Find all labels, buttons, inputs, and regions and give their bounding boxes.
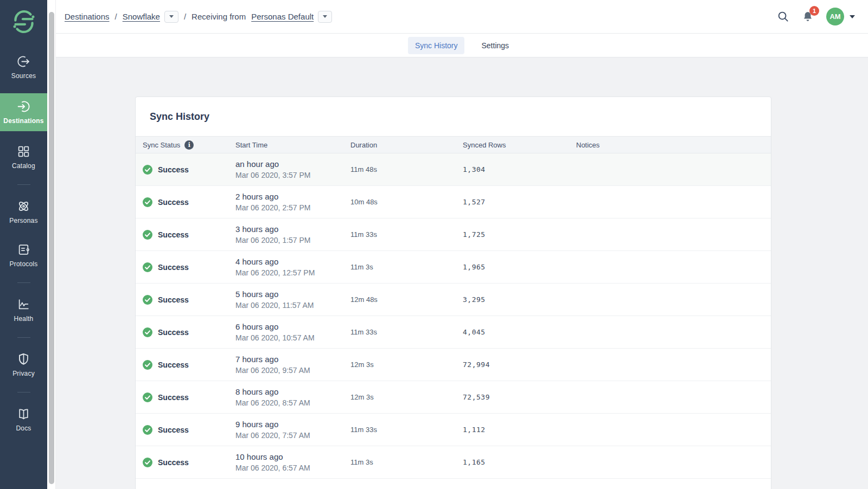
table-row[interactable]: Success 8 hours ago Mar 06 2020, 8:57 AM… xyxy=(136,381,771,414)
synced-rows-cell: 1,965 xyxy=(463,263,576,271)
table-row[interactable]: Success 7 hours ago Mar 06 2020, 9:57 AM… xyxy=(136,349,771,381)
synced-rows-cell: 3,295 xyxy=(463,295,576,304)
content-area: Sync History Sync Status i Start Time Du… xyxy=(56,57,868,489)
breadcrumb-separator: / xyxy=(115,12,117,21)
timestamp: Mar 06 2020, 6:57 AM xyxy=(235,462,350,474)
topbar-actions: 1 AM xyxy=(777,8,855,25)
breadcrumb-snowflake-link[interactable]: Snowflake xyxy=(123,12,160,21)
sidebar-item-label: Docs xyxy=(16,424,31,432)
segment-logo[interactable] xyxy=(11,8,37,36)
success-check-icon xyxy=(143,425,152,435)
page-scrollbar-track[interactable] xyxy=(47,0,56,489)
sidebar-divider xyxy=(17,184,30,185)
start-time-cell: an hour ago Mar 06 2020, 3:57 PM xyxy=(235,158,350,181)
personas-default-dropdown-button[interactable] xyxy=(318,11,332,23)
tab-sync-history[interactable]: Sync History xyxy=(408,37,465,54)
sidebar-divider xyxy=(17,392,30,393)
sidebar-item-label: Privacy xyxy=(12,370,35,377)
duration-cell: 11m 33s xyxy=(350,230,463,239)
sidebar-item-protocols[interactable]: Protocols xyxy=(0,238,47,273)
duration-cell: 11m 48s xyxy=(350,165,463,173)
status-badge: Success xyxy=(158,263,189,272)
table-row[interactable]: Success 10 hours ago Mar 06 2020, 6:57 A… xyxy=(136,446,771,479)
status-cell: Success xyxy=(143,393,235,402)
status-badge: Success xyxy=(158,198,189,207)
start-time-cell: 5 hours ago Mar 06 2020, 11:57 AM xyxy=(235,288,350,311)
success-check-icon xyxy=(143,360,152,370)
tab-settings[interactable]: Settings xyxy=(474,37,516,54)
sidebar-item-privacy[interactable]: Privacy xyxy=(0,348,47,382)
topbar: Destinations / Snowflake / Receiving fro… xyxy=(56,0,868,34)
synced-rows-cell: 1,725 xyxy=(463,230,576,239)
breadcrumb-personas-default-link[interactable]: Personas Default xyxy=(251,12,314,21)
status-cell: Success xyxy=(143,295,235,305)
timestamp: Mar 06 2020, 1:57 PM xyxy=(235,235,350,246)
duration-cell: 11m 33s xyxy=(350,328,463,336)
table-row[interactable]: Success 6 hours ago Mar 06 2020, 10:57 A… xyxy=(136,316,771,349)
sidebar-item-sources[interactable]: Sources xyxy=(0,50,47,85)
relative-time: 5 hours ago xyxy=(235,288,350,300)
docs-icon xyxy=(17,407,30,421)
relative-time: 6 hours ago xyxy=(235,321,350,332)
status-badge: Success xyxy=(158,230,189,239)
success-check-icon xyxy=(143,197,152,207)
status-badge: Success xyxy=(158,393,189,402)
destinations-icon xyxy=(17,100,30,113)
table-row[interactable]: Success 9 hours ago Mar 06 2020, 7:57 AM… xyxy=(136,414,771,446)
sync-table-body: Success an hour ago Mar 06 2020, 3:57 PM… xyxy=(136,153,771,479)
search-button[interactable] xyxy=(777,10,789,23)
status-badge: Success xyxy=(158,426,189,434)
synced-rows-cell: 72,539 xyxy=(463,393,576,401)
column-header-sync-status: Sync Status xyxy=(143,141,180,149)
success-check-icon xyxy=(143,262,152,272)
synced-rows-cell: 1,165 xyxy=(463,458,576,466)
tab-bar: Sync History Settings xyxy=(56,34,868,57)
success-check-icon xyxy=(143,165,152,175)
catalog-icon xyxy=(17,145,30,158)
info-icon[interactable]: i xyxy=(184,140,194,150)
start-time-cell: 2 hours ago Mar 06 2020, 2:57 PM xyxy=(235,191,350,214)
sidebar-item-destinations[interactable]: Destinations xyxy=(0,93,47,131)
status-cell: Success xyxy=(143,197,235,207)
timestamp: Mar 06 2020, 3:57 PM xyxy=(235,170,350,181)
success-check-icon xyxy=(143,393,152,402)
breadcrumb-separator: / xyxy=(184,12,186,21)
table-row[interactable]: Success 4 hours ago Mar 06 2020, 12:57 P… xyxy=(136,251,771,284)
sidebar-item-label: Protocols xyxy=(10,260,38,268)
duration-cell: 11m 3s xyxy=(350,458,463,466)
sidebar-item-catalog[interactable]: Catalog xyxy=(0,140,47,175)
relative-time: 10 hours ago xyxy=(235,451,350,462)
sidebar-item-health[interactable]: Health xyxy=(0,293,47,327)
chevron-down-icon xyxy=(169,15,174,18)
start-time-cell: 10 hours ago Mar 06 2020, 6:57 AM xyxy=(235,451,350,474)
timestamp: Mar 06 2020, 11:57 AM xyxy=(235,300,350,311)
relative-time: 7 hours ago xyxy=(235,353,350,365)
success-check-icon xyxy=(143,230,152,240)
table-row[interactable]: Success 5 hours ago Mar 06 2020, 11:57 A… xyxy=(136,284,771,316)
timestamp: Mar 06 2020, 12:57 PM xyxy=(235,267,350,279)
chevron-down-icon xyxy=(850,15,855,18)
account-menu[interactable]: AM xyxy=(826,8,855,25)
sidebar-divider xyxy=(17,337,30,338)
table-row[interactable]: Success 3 hours ago Mar 06 2020, 1:57 PM… xyxy=(136,218,771,251)
table-row[interactable]: Success 2 hours ago Mar 06 2020, 2:57 PM… xyxy=(136,186,771,218)
avatar[interactable]: AM xyxy=(826,8,844,25)
relative-time: 9 hours ago xyxy=(235,419,350,430)
snowflake-dropdown-button[interactable] xyxy=(164,11,178,23)
breadcrumb-destinations-link[interactable]: Destinations xyxy=(65,12,110,21)
sidebar-item-personas[interactable]: Personas xyxy=(0,195,47,229)
duration-cell: 10m 48s xyxy=(350,198,463,206)
notifications-button[interactable]: 1 xyxy=(801,10,814,23)
card-title: Sync History xyxy=(136,97,771,136)
table-row[interactable]: Success an hour ago Mar 06 2020, 3:57 PM… xyxy=(136,153,771,186)
column-header-start-time: Start Time xyxy=(235,141,350,149)
relative-time: 3 hours ago xyxy=(235,223,350,235)
status-badge: Success xyxy=(158,295,189,304)
timestamp: Mar 06 2020, 8:57 AM xyxy=(235,397,350,409)
sidebar-item-docs[interactable]: Docs xyxy=(0,402,47,437)
sidebar-item-label: Destinations xyxy=(3,117,43,125)
status-cell: Success xyxy=(143,262,235,272)
privacy-icon xyxy=(17,352,30,366)
column-header-duration: Duration xyxy=(350,141,463,149)
page-scrollbar-thumb[interactable] xyxy=(49,12,54,484)
